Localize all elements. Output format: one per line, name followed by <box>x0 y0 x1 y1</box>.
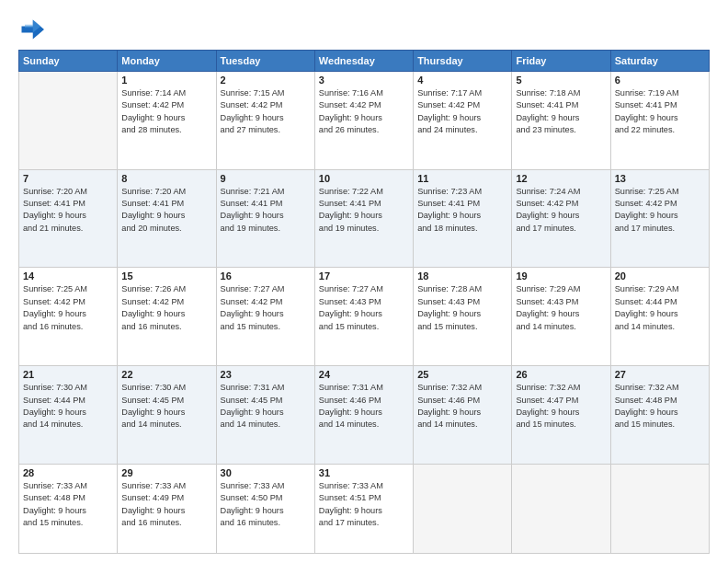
day-info: Sunrise: 7:17 AM Sunset: 4:42 PM Dayligh… <box>417 87 507 136</box>
calendar-cell: 22Sunrise: 7:30 AM Sunset: 4:45 PM Dayli… <box>118 366 216 465</box>
weekday-header-sunday: Sunday <box>19 51 118 72</box>
day-number: 22 <box>121 369 211 380</box>
day-info: Sunrise: 7:24 AM Sunset: 4:42 PM Dayligh… <box>516 186 606 235</box>
calendar-cell: 21Sunrise: 7:30 AM Sunset: 4:44 PM Dayli… <box>19 366 118 465</box>
calendar-cell: 2Sunrise: 7:15 AM Sunset: 4:42 PM Daylig… <box>216 72 314 170</box>
day-number: 23 <box>221 369 311 380</box>
day-number: 7 <box>23 173 113 184</box>
calendar-cell <box>19 72 118 170</box>
day-info: Sunrise: 7:26 AM Sunset: 4:42 PM Dayligh… <box>121 283 211 332</box>
calendar-cell: 4Sunrise: 7:17 AM Sunset: 4:42 PM Daylig… <box>414 72 512 170</box>
day-info: Sunrise: 7:30 AM Sunset: 4:45 PM Dayligh… <box>121 382 211 431</box>
day-info: Sunrise: 7:28 AM Sunset: 4:43 PM Dayligh… <box>417 283 507 332</box>
calendar-cell: 27Sunrise: 7:32 AM Sunset: 4:48 PM Dayli… <box>610 366 709 465</box>
calendar-cell: 12Sunrise: 7:24 AM Sunset: 4:42 PM Dayli… <box>512 169 610 268</box>
day-info: Sunrise: 7:18 AM Sunset: 4:41 PM Dayligh… <box>516 87 606 136</box>
day-number: 29 <box>121 467 211 478</box>
day-number: 6 <box>615 75 705 86</box>
calendar-cell <box>414 464 512 553</box>
calendar-cell: 14Sunrise: 7:25 AM Sunset: 4:42 PM Dayli… <box>19 268 118 366</box>
calendar-cell: 3Sunrise: 7:16 AM Sunset: 4:42 PM Daylig… <box>314 72 413 170</box>
day-number: 24 <box>319 369 409 380</box>
week-row-3: 14Sunrise: 7:25 AM Sunset: 4:42 PM Dayli… <box>19 268 710 366</box>
calendar-cell <box>512 464 610 553</box>
day-info: Sunrise: 7:27 AM Sunset: 4:42 PM Dayligh… <box>221 283 311 332</box>
calendar-cell: 23Sunrise: 7:31 AM Sunset: 4:45 PM Dayli… <box>216 366 314 465</box>
calendar-cell: 24Sunrise: 7:31 AM Sunset: 4:46 PM Dayli… <box>314 366 413 465</box>
day-number: 4 <box>417 75 507 86</box>
calendar-cell: 18Sunrise: 7:28 AM Sunset: 4:43 PM Dayli… <box>414 268 512 366</box>
weekday-header-saturday: Saturday <box>610 51 709 72</box>
day-info: Sunrise: 7:25 AM Sunset: 4:42 PM Dayligh… <box>23 283 113 332</box>
week-row-5: 28Sunrise: 7:33 AM Sunset: 4:48 PM Dayli… <box>19 464 710 553</box>
day-number: 1 <box>121 75 211 86</box>
day-info: Sunrise: 7:33 AM Sunset: 4:50 PM Dayligh… <box>221 480 311 529</box>
day-number: 14 <box>23 270 113 282</box>
day-number: 8 <box>121 173 211 184</box>
day-info: Sunrise: 7:23 AM Sunset: 4:41 PM Dayligh… <box>417 186 507 235</box>
day-info: Sunrise: 7:19 AM Sunset: 4:41 PM Dayligh… <box>615 87 705 136</box>
day-number: 13 <box>615 173 705 184</box>
day-info: Sunrise: 7:14 AM Sunset: 4:42 PM Dayligh… <box>121 87 211 136</box>
calendar-cell: 20Sunrise: 7:29 AM Sunset: 4:44 PM Dayli… <box>610 268 709 366</box>
logo <box>18 17 48 42</box>
weekday-header-wednesday: Wednesday <box>314 51 413 72</box>
day-info: Sunrise: 7:31 AM Sunset: 4:46 PM Dayligh… <box>319 382 409 431</box>
day-info: Sunrise: 7:33 AM Sunset: 4:51 PM Dayligh… <box>319 480 409 529</box>
calendar-cell: 26Sunrise: 7:32 AM Sunset: 4:47 PM Dayli… <box>512 366 610 465</box>
day-number: 20 <box>615 270 705 282</box>
calendar-cell: 19Sunrise: 7:29 AM Sunset: 4:43 PM Dayli… <box>512 268 610 366</box>
day-info: Sunrise: 7:33 AM Sunset: 4:48 PM Dayligh… <box>23 480 113 529</box>
day-info: Sunrise: 7:32 AM Sunset: 4:48 PM Dayligh… <box>615 382 705 431</box>
day-info: Sunrise: 7:21 AM Sunset: 4:41 PM Dayligh… <box>221 186 311 235</box>
day-info: Sunrise: 7:16 AM Sunset: 4:42 PM Dayligh… <box>319 87 409 136</box>
calendar-cell: 11Sunrise: 7:23 AM Sunset: 4:41 PM Dayli… <box>414 169 512 268</box>
weekday-header-thursday: Thursday <box>414 51 512 72</box>
day-number: 5 <box>516 75 606 86</box>
day-number: 26 <box>516 369 606 380</box>
calendar-cell: 8Sunrise: 7:20 AM Sunset: 4:41 PM Daylig… <box>118 169 216 268</box>
weekday-header-friday: Friday <box>512 51 610 72</box>
day-number: 2 <box>221 75 311 86</box>
day-info: Sunrise: 7:27 AM Sunset: 4:43 PM Dayligh… <box>319 283 409 332</box>
day-number: 9 <box>221 173 311 184</box>
calendar: SundayMondayTuesdayWednesdayThursdayFrid… <box>18 50 710 554</box>
day-info: Sunrise: 7:22 AM Sunset: 4:41 PM Dayligh… <box>319 186 409 235</box>
day-number: 10 <box>319 173 409 184</box>
day-info: Sunrise: 7:25 AM Sunset: 4:42 PM Dayligh… <box>615 186 705 235</box>
day-info: Sunrise: 7:15 AM Sunset: 4:42 PM Dayligh… <box>221 87 311 136</box>
day-info: Sunrise: 7:20 AM Sunset: 4:41 PM Dayligh… <box>23 186 113 235</box>
day-number: 18 <box>417 270 507 282</box>
calendar-cell: 13Sunrise: 7:25 AM Sunset: 4:42 PM Dayli… <box>610 169 709 268</box>
calendar-cell: 10Sunrise: 7:22 AM Sunset: 4:41 PM Dayli… <box>314 169 413 268</box>
calendar-cell: 5Sunrise: 7:18 AM Sunset: 4:41 PM Daylig… <box>512 72 610 170</box>
day-number: 27 <box>615 369 705 380</box>
day-number: 12 <box>516 173 606 184</box>
day-number: 15 <box>121 270 211 282</box>
calendar-cell: 15Sunrise: 7:26 AM Sunset: 4:42 PM Dayli… <box>118 268 216 366</box>
day-number: 30 <box>221 467 311 478</box>
calendar-cell: 7Sunrise: 7:20 AM Sunset: 4:41 PM Daylig… <box>19 169 118 268</box>
day-info: Sunrise: 7:33 AM Sunset: 4:49 PM Dayligh… <box>121 480 211 529</box>
day-info: Sunrise: 7:32 AM Sunset: 4:47 PM Dayligh… <box>516 382 606 431</box>
day-info: Sunrise: 7:29 AM Sunset: 4:43 PM Dayligh… <box>516 283 606 332</box>
calendar-cell: 1Sunrise: 7:14 AM Sunset: 4:42 PM Daylig… <box>118 72 216 170</box>
logo-icon <box>18 17 44 42</box>
week-row-1: 1Sunrise: 7:14 AM Sunset: 4:42 PM Daylig… <box>19 72 710 170</box>
day-number: 16 <box>221 270 311 282</box>
calendar-cell: 9Sunrise: 7:21 AM Sunset: 4:41 PM Daylig… <box>216 169 314 268</box>
calendar-cell: 6Sunrise: 7:19 AM Sunset: 4:41 PM Daylig… <box>610 72 709 170</box>
calendar-cell: 16Sunrise: 7:27 AM Sunset: 4:42 PM Dayli… <box>216 268 314 366</box>
weekday-header-monday: Monday <box>118 51 216 72</box>
day-number: 11 <box>417 173 507 184</box>
day-number: 31 <box>319 467 409 478</box>
header <box>18 17 710 42</box>
week-row-4: 21Sunrise: 7:30 AM Sunset: 4:44 PM Dayli… <box>19 366 710 465</box>
calendar-cell <box>610 464 709 553</box>
calendar-cell: 30Sunrise: 7:33 AM Sunset: 4:50 PM Dayli… <box>216 464 314 553</box>
calendar-cell: 17Sunrise: 7:27 AM Sunset: 4:43 PM Dayli… <box>314 268 413 366</box>
page: SundayMondayTuesdayWednesdayThursdayFrid… <box>0 0 728 563</box>
weekday-header-row: SundayMondayTuesdayWednesdayThursdayFrid… <box>19 51 710 72</box>
day-info: Sunrise: 7:31 AM Sunset: 4:45 PM Dayligh… <box>221 382 311 431</box>
day-number: 3 <box>319 75 409 86</box>
